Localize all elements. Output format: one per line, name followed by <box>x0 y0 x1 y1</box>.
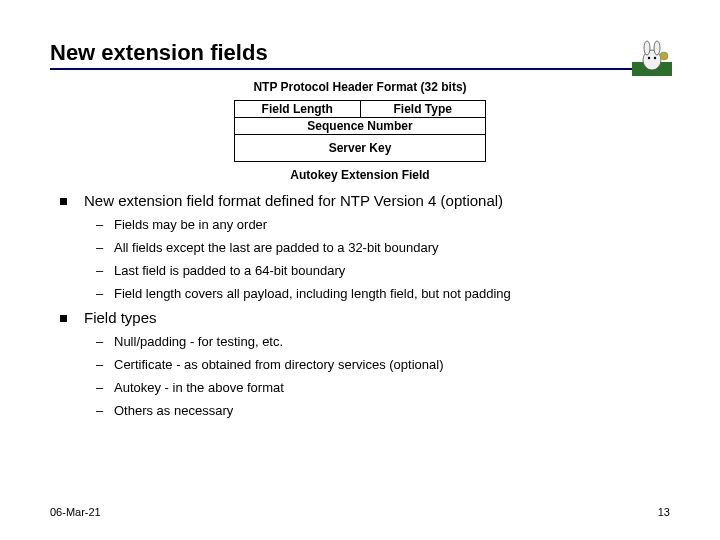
sub-item: Fields may be in any order <box>108 217 670 232</box>
sub-item: Certificate - as obtained from directory… <box>108 357 670 372</box>
footer-date: 06-Mar-21 <box>50 506 101 518</box>
bullet-text: New extension field format defined for N… <box>84 192 503 209</box>
packet-sequence-number: Sequence Number <box>235 118 485 134</box>
sub-item: Last field is padded to a 64-bit boundar… <box>108 263 670 278</box>
svg-point-3 <box>654 41 660 55</box>
packet-field-length: Field Length <box>235 101 361 117</box>
bullet-list: New extension field format defined for N… <box>50 192 670 418</box>
sub-item: Null/padding - for testing, etc. <box>108 334 670 349</box>
sub-item: All fields except the last are padded to… <box>108 240 670 255</box>
bullet-text: Field types <box>84 309 157 326</box>
svg-point-2 <box>644 41 650 55</box>
sub-item: Others as necessary <box>108 403 670 418</box>
svg-point-4 <box>648 57 650 59</box>
packet-header-caption: NTP Protocol Header Format (32 bits) <box>50 80 670 94</box>
slide-title: New extension fields <box>50 40 670 66</box>
sub-item: Field length covers all payload, includi… <box>108 286 670 301</box>
sub-list: Null/padding - for testing, etc. Certifi… <box>84 334 670 418</box>
packet-server-key: Server Key <box>235 135 485 161</box>
svg-point-5 <box>654 57 656 59</box>
sub-item: Autokey - in the above format <box>108 380 670 395</box>
footer-page-number: 13 <box>658 506 670 518</box>
packet-diagram: Field Length Field Type Sequence Number … <box>234 100 486 162</box>
rabbit-logo <box>632 40 672 76</box>
bullet-item: New extension field format defined for N… <box>76 192 670 301</box>
sub-list: Fields may be in any order All fields ex… <box>84 217 670 301</box>
svg-point-6 <box>660 52 668 60</box>
packet-field-type: Field Type <box>361 101 486 117</box>
bullet-item: Field types Null/padding - for testing, … <box>76 309 670 418</box>
packet-subcaption: Autokey Extension Field <box>50 168 670 182</box>
